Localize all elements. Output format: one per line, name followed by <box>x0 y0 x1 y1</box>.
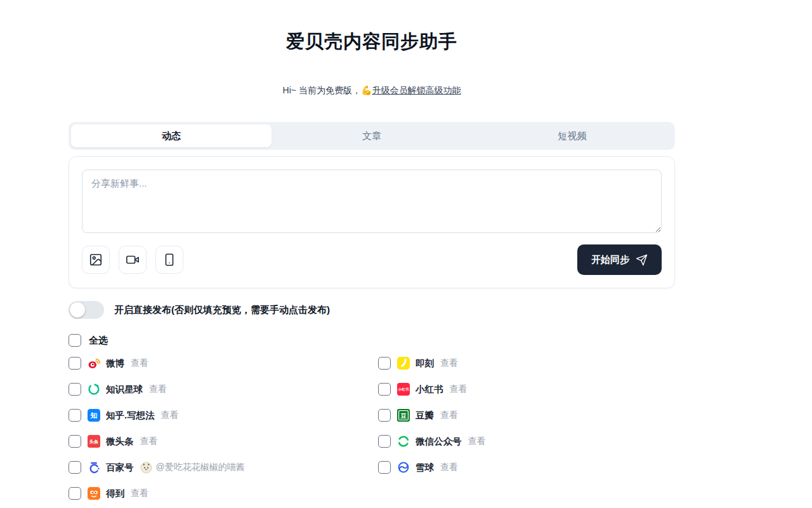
start-sync-label: 开始同步 <box>591 254 629 266</box>
composer-card: 开始同步 <box>69 156 675 288</box>
jike-view-link[interactable]: 查看 <box>440 358 458 369</box>
platform-row-dedao: 得到 查看 <box>69 486 378 501</box>
mobile-preview-button[interactable] <box>155 246 183 274</box>
platform-row-zhishixingqiu: 知识星球 查看 <box>69 382 378 397</box>
xiaohongshu-label: 小红书 <box>416 384 443 396</box>
platform-column-right: 即刻 查看 小红书 小红书 查看 <box>378 356 486 508</box>
xueqiu-label: 雪球 <box>416 462 434 474</box>
toggle-knob <box>70 302 85 318</box>
platform-row-jike: 即刻 查看 <box>378 356 486 371</box>
jike-label: 即刻 <box>416 358 434 370</box>
jike-icon <box>397 357 410 370</box>
muscle-emoji: 💪 <box>361 85 372 95</box>
baijiahao-account-name: @爱吃花花椒椒的喵酱 <box>156 462 245 473</box>
xiaohongshu-checkbox[interactable] <box>378 383 391 396</box>
zhishixingqiu-checkbox[interactable] <box>69 383 81 396</box>
weibo-label: 微博 <box>106 358 124 370</box>
xueqiu-checkbox[interactable] <box>378 461 391 474</box>
jike-checkbox[interactable] <box>378 357 391 370</box>
dedao-icon <box>88 487 100 500</box>
weibo-view-link[interactable]: 查看 <box>131 358 148 369</box>
weibo-icon <box>88 357 100 370</box>
dedao-view-link[interactable]: 查看 <box>131 488 148 499</box>
svg-text:小红书: 小红书 <box>398 387 409 392</box>
wechat-mp-label: 微信公众号 <box>416 436 462 448</box>
start-sync-button[interactable]: 开始同步 <box>577 244 662 275</box>
dedao-checkbox[interactable] <box>69 487 81 500</box>
zhihu-icon: 知 <box>88 409 100 422</box>
platform-row-wechat-mp: 微信公众号 查看 <box>378 434 486 449</box>
compose-textarea[interactable] <box>82 170 662 233</box>
platform-row-weitoutiao: 头条 微头条 查看 <box>69 434 378 449</box>
subtitle: Hi~ 当前为免费版，💪升级会员解锁高级功能 <box>69 85 675 97</box>
douban-checkbox[interactable] <box>378 409 391 422</box>
direct-publish-row: 开启直接发布(否则仅填充预览，需要手动点击发布) <box>69 301 675 319</box>
zhishixingqiu-icon <box>88 383 100 396</box>
wechat-mp-icon <box>397 435 410 448</box>
svg-text:头条: 头条 <box>89 439 98 444</box>
weibo-checkbox[interactable] <box>69 357 81 370</box>
platform-row-xueqiu: 雪球 查看 <box>378 460 486 475</box>
wechat-mp-checkbox[interactable] <box>378 435 391 448</box>
add-image-button[interactable] <box>82 246 110 274</box>
douban-label: 豆瓣 <box>416 410 434 422</box>
select-all-row: 全选 <box>69 334 675 347</box>
page-title: 爱贝壳内容同步助手 <box>69 29 675 55</box>
zhishixingqiu-label: 知识星球 <box>106 384 143 396</box>
select-all-label: 全选 <box>89 335 108 347</box>
wechat-mp-view-link[interactable]: 查看 <box>468 436 486 447</box>
zhihu-view-link[interactable]: 查看 <box>161 410 179 421</box>
weitoutiao-icon: 头条 <box>88 435 100 448</box>
add-video-button[interactable] <box>119 246 147 274</box>
direct-publish-label: 开启直接发布(否则仅填充预览，需要手动点击发布) <box>114 304 330 316</box>
platform-row-xiaohongshu: 小红书 小红书 查看 <box>378 382 486 397</box>
baijiahao-account: @爱吃花花椒椒的喵酱 <box>140 462 245 474</box>
douban-icon: 豆 <box>397 409 410 422</box>
dedao-label: 得到 <box>106 488 124 500</box>
platform-row-weibo: 微博 查看 <box>69 356 378 371</box>
platform-row-zhihu: 知 知乎.写想法 查看 <box>69 408 378 423</box>
baijiahao-checkbox[interactable] <box>69 461 81 474</box>
zhishixingqiu-view-link[interactable]: 查看 <box>149 384 167 395</box>
send-icon <box>636 254 648 266</box>
platform-grid: 微博 查看 知识星球 查看 知 <box>69 356 675 508</box>
video-icon <box>126 253 140 267</box>
composer-toolbar: 开始同步 <box>82 244 662 275</box>
weitoutiao-label: 微头条 <box>106 436 134 448</box>
weitoutiao-view-link[interactable]: 查看 <box>140 436 158 447</box>
platform-row-baijiahao: 百家号 @爱吃花花椒椒的喵酱 <box>69 460 378 475</box>
svg-text:知: 知 <box>90 411 98 419</box>
douban-view-link[interactable]: 查看 <box>440 410 458 421</box>
upgrade-link[interactable]: 升级会员解锁高级功能 <box>372 85 461 95</box>
app-container: 爱贝壳内容同步助手 Hi~ 当前为免费版，💪升级会员解锁高级功能 动态 文章 短… <box>69 29 675 508</box>
xueqiu-view-link[interactable]: 查看 <box>440 462 458 473</box>
svg-text:豆: 豆 <box>400 412 407 419</box>
select-all-checkbox[interactable] <box>69 334 81 347</box>
zhihu-label: 知乎.写想法 <box>106 410 155 422</box>
direct-publish-toggle[interactable] <box>69 301 104 319</box>
platform-column-left: 微博 查看 知识星球 查看 知 <box>69 356 378 508</box>
weitoutiao-checkbox[interactable] <box>69 435 81 448</box>
platform-row-douban: 豆 豆瓣 查看 <box>378 408 486 423</box>
xueqiu-icon <box>397 461 410 474</box>
xiaohongshu-icon: 小红书 <box>397 383 410 396</box>
xiaohongshu-view-link[interactable]: 查看 <box>450 384 468 395</box>
zhihu-checkbox[interactable] <box>69 409 81 422</box>
greeting-text: Hi~ 当前为免费版， <box>283 85 361 95</box>
baijiahao-avatar <box>140 462 152 474</box>
baijiahao-icon <box>88 461 100 474</box>
tab-bar: 动态 文章 短视频 <box>69 122 675 150</box>
tab-dynamic[interactable]: 动态 <box>71 124 272 147</box>
tab-article[interactable]: 文章 <box>272 124 472 147</box>
smartphone-icon <box>162 253 176 267</box>
tab-short-video[interactable]: 短视频 <box>472 124 672 147</box>
baijiahao-label: 百家号 <box>106 462 134 474</box>
image-icon <box>89 253 103 267</box>
